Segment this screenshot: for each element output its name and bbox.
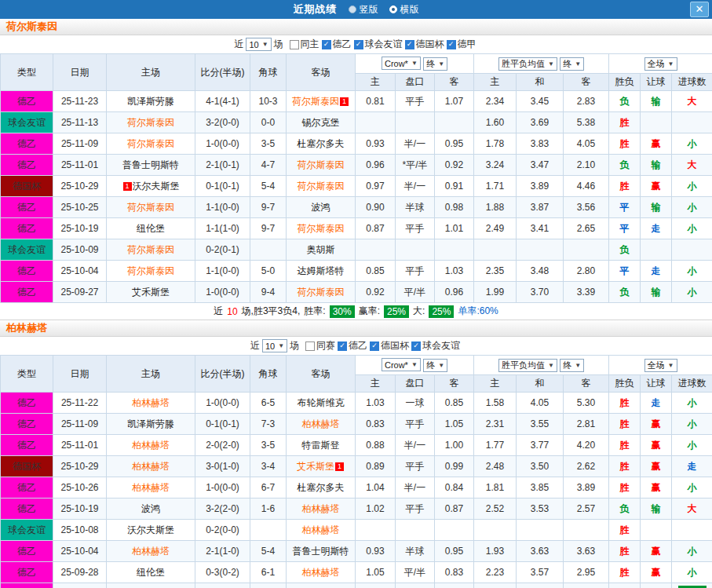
euro-final-select[interactable]: 终▼: [560, 359, 584, 372]
team-link[interactable]: 柏林赫塔: [302, 524, 340, 535]
team-link[interactable]: 柏林赫塔: [132, 546, 170, 557]
match-date: 25-10-08: [53, 520, 107, 541]
summary-part: 25%: [384, 305, 409, 318]
team-link[interactable]: 纽伦堡: [137, 567, 165, 578]
team-link[interactable]: 沃尔夫斯堡: [133, 181, 180, 192]
team-link[interactable]: 布轮斯维克: [298, 397, 345, 408]
euro-away-odds: 4.46: [564, 176, 609, 197]
result-text: 赢: [652, 418, 661, 429]
match-count-select[interactable]: 10 ▼: [246, 38, 271, 51]
team-flag-badge: 1: [123, 182, 132, 191]
team-link[interactable]: 荷尔斯泰因: [127, 244, 174, 255]
team-link[interactable]: 纽伦堡: [137, 223, 165, 234]
filter-checkbox-德乙[interactable]: ✓德乙: [322, 38, 352, 51]
team-link[interactable]: 杜塞尔多夫: [298, 138, 345, 149]
team-link[interactable]: 锡尔克堡: [302, 117, 340, 128]
team-link[interactable]: 荷尔斯泰因: [127, 265, 174, 276]
dropdown-caret-icon: ▼: [411, 60, 418, 67]
layout-option-vertical[interactable]: 竖版: [349, 3, 378, 16]
team-link[interactable]: 荷尔斯泰因: [298, 287, 345, 298]
layout-option-horizontal[interactable]: 横版: [389, 3, 419, 16]
filter-checkbox-同主[interactable]: 同主: [290, 38, 319, 51]
scope-select[interactable]: 全场▼: [644, 359, 677, 372]
asian-final-select[interactable]: 终▼: [423, 57, 447, 71]
team-link[interactable]: 普鲁士明斯特: [293, 546, 349, 557]
team-link[interactable]: 波鸿: [312, 202, 330, 213]
asian-home-odds: [356, 520, 396, 541]
summary-part: 30%: [330, 305, 355, 318]
team-link[interactable]: 奥胡斯: [307, 244, 335, 255]
filter-checkbox-德甲[interactable]: ✓德甲: [447, 38, 476, 51]
euro-mean-select[interactable]: 胜平负均值▼: [498, 57, 557, 71]
away-team-cell: 柏林赫塔: [287, 520, 356, 541]
team-link[interactable]: 艾禾斯堡: [132, 287, 170, 298]
filter-checkbox-德国杯[interactable]: ✓德国杯: [370, 339, 409, 352]
team-link[interactable]: 特雷斯登: [302, 440, 340, 451]
team-link[interactable]: 柏林赫塔: [132, 482, 170, 493]
team-name[interactable]: 柏林赫塔: [6, 321, 47, 335]
euro-mean-select[interactable]: 胜平负均值▼: [498, 359, 557, 372]
team-link[interactable]: 荷尔斯泰因: [127, 117, 174, 128]
away-team-cell: 布轮斯维克: [287, 393, 356, 414]
result-handicap: [641, 239, 672, 261]
team-link[interactable]: 荷尔斯泰因: [292, 96, 339, 107]
checkbox-checked-icon: ✓: [405, 40, 414, 49]
col-header-handicap: 盘口: [396, 375, 435, 393]
team-link[interactable]: 艾禾斯堡: [297, 461, 334, 472]
asian-odds-header: Crow*▼ 终▼: [356, 356, 474, 375]
team-link[interactable]: 凯泽斯劳滕: [127, 418, 174, 429]
section-title-bar: 柏林赫塔: [0, 320, 712, 337]
home-team-cell: 柏林赫塔: [107, 477, 195, 499]
result-text: 小: [688, 418, 697, 429]
corners-score: 3-4: [250, 456, 287, 477]
league-badge: 德乙: [1, 197, 53, 218]
bookmaker-select[interactable]: Crow*▼: [382, 358, 421, 371]
col-header-outcome: 胜负: [609, 375, 641, 393]
team-link[interactable]: 荷尔斯泰因: [298, 181, 345, 192]
filter-checkbox-同赛[interactable]: 同赛: [305, 339, 335, 352]
scope-select[interactable]: 全场▼: [644, 57, 677, 71]
league-badge: 德乙: [1, 583, 53, 588]
team-link[interactable]: 荷尔斯泰因: [127, 138, 174, 149]
filter-checkbox-球会友谊[interactable]: ✓球会友谊: [411, 339, 460, 352]
filter-checkbox-球会友谊[interactable]: ✓球会友谊: [354, 38, 403, 51]
bookmaker-select[interactable]: Crow*▼: [382, 57, 421, 70]
team-link[interactable]: 达姆斯塔特: [298, 265, 345, 276]
result-text: 大: [688, 96, 697, 107]
team-link[interactable]: 柏林赫塔: [302, 503, 340, 514]
euro-draw-odds: 3.85: [517, 477, 564, 499]
dropdown-caret-icon: ▼: [548, 362, 554, 369]
euro-final-select[interactable]: 终▼: [560, 57, 584, 71]
team-name[interactable]: 荷尔斯泰因: [6, 20, 57, 34]
team-link[interactable]: 波鸿: [141, 503, 160, 514]
team-link[interactable]: 柏林赫塔: [302, 418, 340, 429]
filter-checkbox-德乙[interactable]: ✓德乙: [338, 339, 367, 352]
team-link[interactable]: 柏林赫塔: [132, 461, 170, 472]
match-score: 1-0(0-0): [195, 133, 250, 155]
result-text: 平: [620, 223, 630, 234]
team-link[interactable]: 普鲁士明斯特: [122, 159, 179, 170]
result-outcome: 胜: [609, 477, 641, 499]
team-link[interactable]: 荷尔斯泰因: [127, 202, 174, 213]
result-outcome: 胜: [609, 176, 641, 197]
team-link[interactable]: 凯泽斯劳滕: [127, 96, 174, 107]
filter-checkbox-label: 同主: [301, 38, 319, 51]
team-link[interactable]: 杜塞尔多夫: [298, 482, 345, 493]
team-link[interactable]: 柏林赫塔: [132, 440, 170, 451]
euro-home-odds: 1.58: [474, 393, 517, 414]
asian-handicap: 平手: [396, 583, 435, 588]
corners-score: 7-4: [250, 583, 287, 588]
team-link[interactable]: 荷尔斯泰因: [298, 223, 345, 234]
team-link[interactable]: 荷尔斯泰因: [298, 159, 345, 170]
asian-final-select[interactable]: 终▼: [423, 359, 447, 372]
result-outcome: 胜: [609, 520, 641, 541]
match-count-select[interactable]: 10 ▼: [262, 339, 287, 352]
result-handicap: 走: [641, 393, 672, 414]
close-button[interactable]: ✕: [690, 2, 709, 17]
team-link[interactable]: 柏林赫塔: [302, 567, 340, 578]
filter-checkbox-德国杯[interactable]: ✓德国杯: [405, 38, 444, 51]
match-date: 25-09-20: [53, 583, 107, 588]
summary-part: 场,胜3平3负4,: [242, 305, 301, 318]
team-link[interactable]: 沃尔夫斯堡: [127, 524, 174, 535]
team-link[interactable]: 柏林赫塔: [132, 397, 170, 408]
